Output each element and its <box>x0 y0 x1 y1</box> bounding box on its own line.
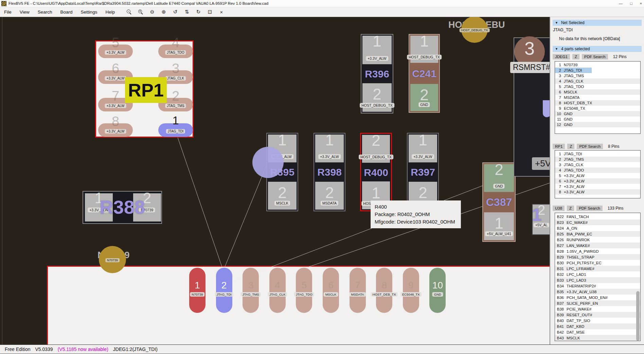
component-c241[interactable]: 12HOST_DEBUG_TXGNDC241 <box>409 34 440 113</box>
component-r397[interactable]: 12+3.3V_ALWEC5048_TXR397 <box>407 133 439 211</box>
pin-list-item[interactable]: 6MSCLK <box>555 89 640 95</box>
pin-list-item[interactable]: B32LPC_LAD1 <box>555 271 640 277</box>
pin-list-item[interactable]: 6+3.3V_ALW <box>555 178 640 184</box>
minimize-button[interactable]: — <box>619 1 623 5</box>
pin-list-item[interactable]: 4JTAG_TDO <box>555 167 640 173</box>
component-partial[interactable]: 2+5V_AL <box>532 204 550 235</box>
pin-list-item[interactable]: 5JTAG_TDO <box>555 84 640 89</box>
flip-vertical-icon[interactable]: ⇅ <box>183 8 190 15</box>
rp1-pin-1[interactable]: JTAG_TDI <box>158 123 193 137</box>
pin-pad[interactable] <box>410 84 438 111</box>
pin-pad[interactable]: 2N70739 <box>133 193 161 222</box>
connector-pin-6[interactable]: 6MSCLK <box>323 268 339 313</box>
pin-list-item[interactable]: B36PCH_SATA_MOD_EN# <box>555 295 640 300</box>
pin-list-item[interactable]: 3JTAG_CLK <box>555 162 640 167</box>
pin-list-item[interactable]: B38PCIE_WAKE# <box>555 306 640 312</box>
net-selected-header[interactable]: ▼ Net Selected <box>553 20 642 26</box>
component-rp1[interactable]: +3.3V_ALW5+3.3V_ALW6+3.3V_ALW7+3.3V_ALW8… <box>95 40 194 138</box>
zoom-to-part-button[interactable]: Z <box>572 54 579 59</box>
component-r400[interactable]: 21HOST_DEBUG_TXHOST_DEB_TXR400 <box>360 133 392 211</box>
zoom-in-icon[interactable]: + <box>137 8 144 15</box>
pin-list-item[interactable]: 8+3.3V_ALW <box>555 189 640 195</box>
pin-list-item[interactable]: B281.05V_A_PWRGD <box>555 248 640 254</box>
pdf-search-button[interactable]: PDF Search <box>582 54 608 59</box>
menu-settings[interactable]: Settings <box>77 10 102 15</box>
pdf-search-button[interactable]: PDF Search <box>577 144 603 149</box>
pin-list-item[interactable]: B33LPC_LAD3 <box>555 277 640 283</box>
via-highlight[interactable] <box>252 147 284 178</box>
menu-view[interactable]: View <box>16 10 34 15</box>
pin-list-item[interactable]: B34THERMATRIP2# <box>555 283 640 289</box>
component-r396[interactable]: 12+3.3V_ALWHOST_DEBUG_TXR396 <box>361 34 393 113</box>
pin-list-item[interactable]: B22FAN1_TACH <box>555 214 640 219</box>
component-r398[interactable]: 12+3.3V_ALWMSDATAR398 <box>314 133 345 211</box>
close-button[interactable]: × <box>640 1 642 5</box>
component-c387[interactable]: 21GND+5V_ALW_U41C387 <box>482 162 516 242</box>
rp1-pin-8[interactable]: +3.3V_ALW <box>98 123 133 137</box>
zoom-to-part-button[interactable]: Z <box>567 206 574 211</box>
pin-list-item[interactable]: B25BIA_PWM_EC <box>555 231 640 237</box>
plus-circle-icon[interactable]: ⊕ <box>160 8 167 15</box>
connector-pin-5[interactable]: 5JTAG_TDO <box>296 268 312 313</box>
part-button-jdeg1[interactable]: JDEG1 <box>553 54 570 59</box>
pin-list-item[interactable]: 10GND <box>555 111 640 117</box>
pin-list-item[interactable]: B39RESET_OUT# <box>555 312 640 318</box>
pdf-search-button[interactable]: PDF Search <box>576 206 603 211</box>
component-r388[interactable]: 1+3.3V_ALW2N70739R388 <box>83 191 162 224</box>
parts-selected-header[interactable]: ▼ 4 parts selected <box>553 46 642 52</box>
board-canvas[interactable]: R400 Package: R0402_0OHM Mfgcode: Device… <box>0 17 550 344</box>
pin-list-item[interactable]: B27LAN_WAKE# <box>555 243 640 248</box>
pin-list-item[interactable]: 2JTAG_TMS <box>555 157 640 162</box>
rp1-pin-5[interactable]: +3.3V_ALW <box>98 45 133 58</box>
rotate-cw-icon[interactable]: ↻ <box>195 8 202 15</box>
pin-list-item[interactable]: 11GND <box>555 117 640 122</box>
pin-list-item[interactable]: 1N70739 <box>555 62 640 68</box>
pin-list-item[interactable]: 12GND <box>555 122 640 127</box>
menu-file[interactable]: File <box>0 10 16 15</box>
zoom-out-icon[interactable]: - <box>126 8 132 15</box>
pin-list-item[interactable]: B24A_ON <box>555 225 640 231</box>
part-button-u38[interactable]: U38 <box>553 206 565 211</box>
pin-list-item[interactable]: B35+3.3V_ALW_U38 <box>555 289 640 295</box>
part-button-rp1[interactable]: RP1 <box>553 144 565 149</box>
pin-list-item[interactable]: 1JTAG_TDI <box>555 151 640 157</box>
pin-list-item[interactable]: B26RUNPWROK <box>555 237 640 243</box>
close-view-icon[interactable]: × <box>218 8 225 15</box>
connector-pin-1[interactable]: 1N70739 <box>189 268 205 313</box>
zoom-to-part-button[interactable]: Z <box>567 144 574 149</box>
pin-pad[interactable]: 1+3.3V_ALW <box>85 193 113 222</box>
connector-pin-3[interactable]: 3JTAG_TMS <box>243 268 259 313</box>
pin-list-item[interactable]: B40DAT_TP_SIO <box>555 318 640 323</box>
pin-list-item[interactable]: 4JTAG_CLK <box>555 78 640 84</box>
pin-list-item[interactable]: B41DAT_KBD <box>555 323 640 329</box>
pin-list-item[interactable]: 3JTAG_TMS <box>555 73 640 78</box>
center-view-icon[interactable]: ⊡ <box>207 8 213 15</box>
connector-pin-2[interactable]: 2JTAG_TDI <box>216 268 232 313</box>
pin-list-item[interactable]: 8HOST_DEB_TX <box>555 100 640 106</box>
minus-circle-icon[interactable]: ⊖ <box>149 8 156 15</box>
rp1-pin-4[interactable]: JTAG_TDO <box>158 45 193 58</box>
pin-list-item[interactable]: B31LPC_LFRAME# <box>555 266 640 271</box>
connector-pin-10[interactable]: 10GND <box>429 268 446 313</box>
pin-list-item[interactable]: 7MSDATA <box>555 95 640 100</box>
pin-list-item[interactable]: B23EC_WAKE# <box>555 219 640 225</box>
menu-board[interactable]: Board <box>56 10 77 15</box>
pin-list-item[interactable]: B43MSCLK <box>555 335 640 341</box>
connector-pin-9[interactable]: 9EC5048_TX <box>403 268 419 313</box>
list-scrollbar-thumb[interactable] <box>636 291 640 341</box>
pin-list-item[interactable]: B29THSEL_STRAP <box>555 254 640 260</box>
menu-help[interactable]: Help <box>101 10 119 15</box>
connector-pin-8[interactable]: 8HOST_DEB_TX <box>376 268 392 313</box>
maximize-button[interactable]: □ <box>630 1 632 5</box>
pin-list-item[interactable]: 2JTAG_TDI <box>555 68 640 73</box>
pin-list-item[interactable]: 9EC5048_TX <box>555 106 640 111</box>
rotate-ccw-icon[interactable]: ↺ <box>172 8 179 15</box>
pin-list-item[interactable]: 7+3.3V_ALW <box>555 184 640 189</box>
connector-pin-4[interactable]: 4JTAG_CLK <box>269 268 286 313</box>
connector-pin-7[interactable]: 7MSDATA <box>350 268 366 313</box>
menu-search[interactable]: Search <box>34 10 56 15</box>
pin-list-item[interactable]: 5+3.3V_ALW <box>555 173 640 178</box>
pin-list-item[interactable]: B42DAT_MSE <box>555 329 640 335</box>
pin-list-item[interactable]: B37SLICE_PERF_EN <box>555 300 640 306</box>
pin-list-item[interactable]: B30PCH_PLTRST#_EC <box>555 260 640 266</box>
